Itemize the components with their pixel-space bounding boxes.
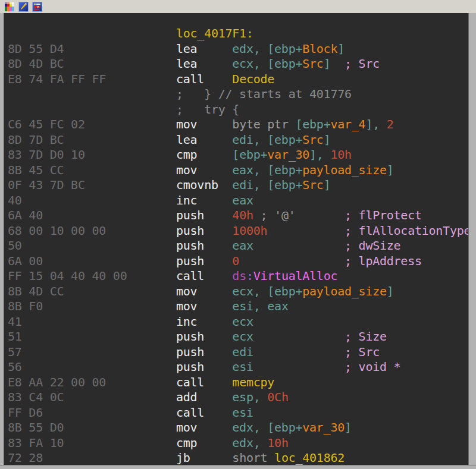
pencil-edit-icon[interactable]	[18, 2, 29, 12]
asm-line[interactable]: FF 15 04 40 40 00 call ds:VirtualAlloc	[8, 269, 468, 284]
asm-line[interactable]: 57 push edi ; Src	[8, 345, 468, 360]
asm-line[interactable]: 8D 7D BC lea edi, [ebp+Src]	[8, 133, 468, 148]
asm-line[interactable]: E8 AA 22 00 00 call memcpy	[8, 375, 468, 391]
palette-icon-svg	[5, 2, 15, 12]
asm-line[interactable]: 0F 43 7D BC cmovnb edi, [ebp+Src]	[8, 178, 468, 193]
asm-line[interactable]: FF D6 call esi	[8, 405, 468, 421]
window-frame-bottom	[0, 465, 476, 469]
asm-line[interactable]: 41 inc ecx	[8, 314, 468, 330]
disassembly-view: loc_4017F1:8D 55 D4 lea edx, [ebp+Block]…	[4, 13, 468, 465]
asm-line[interactable]: 40 inc eax	[8, 193, 468, 209]
asm-line[interactable]: ; } // starts at 401776	[8, 87, 468, 102]
asm-line[interactable]: 6A 00 push 0 ; lpAddress	[8, 254, 468, 269]
asm-line[interactable]: 50 push eax ; dwSize	[8, 238, 468, 254]
asm-line[interactable]: 83 C4 0C add esp, 0Ch	[8, 390, 468, 405]
asm-line[interactable]: E8 74 FA FF FF call Decode	[8, 72, 468, 87]
asm-line[interactable]: 8B 45 CC mov eax, [ebp+payload_size]	[8, 163, 468, 178]
xrefs-list-icon[interactable]	[32, 2, 42, 12]
asm-line[interactable]: 6A 40 push 40h ; '@' ; flProtect	[8, 208, 468, 224]
palette-icon[interactable]	[5, 2, 15, 12]
ida-window: loc_4017F1:8D 55 D4 lea edx, [ebp+Block]…	[0, 0, 476, 469]
asm-line[interactable]: 72 28 jb short loc_401862	[8, 451, 468, 465]
toolbar	[0, 0, 476, 13]
asm-line[interactable]: 83 7D D0 10 cmp [ebp+var_30], 10h	[8, 147, 468, 163]
asm-line[interactable]: 8D 4D BC lea ecx, [ebp+Src] ; Src	[8, 56, 468, 72]
window-frame-right	[468, 13, 476, 469]
asm-line[interactable]: 56 push esi ; void *	[8, 360, 468, 375]
asm-line[interactable]: 8B 55 D0 mov edx, [ebp+var_30]	[8, 420, 468, 436]
asm-line[interactable]: 83 FA 10 cmp edx, 10h	[8, 436, 468, 451]
pencil-edit-icon-svg	[18, 2, 29, 12]
asm-line[interactable]: 8D 55 D4 lea edx, [ebp+Block]	[8, 42, 468, 57]
asm-line[interactable]: 8B F0 mov esi, eax	[8, 299, 468, 314]
asm-line[interactable]: 8B 4D CC mov ecx, [ebp+payload_size]	[8, 284, 468, 300]
disassembly-listing: loc_4017F1:8D 55 D4 lea edx, [ebp+Block]…	[4, 13, 468, 465]
asm-line[interactable]: C6 45 FC 02 mov byte ptr [ebp+var_4], 2	[8, 117, 468, 133]
asm-line[interactable]: ; try {	[8, 102, 468, 118]
xrefs-list-icon-svg	[32, 2, 42, 12]
asm-line[interactable]: loc_4017F1:	[8, 26, 468, 42]
asm-line[interactable]: 51 push ecx ; Size	[8, 329, 468, 345]
asm-line[interactable]: 68 00 10 00 00 push 1000h ; flAllocation…	[8, 224, 468, 239]
